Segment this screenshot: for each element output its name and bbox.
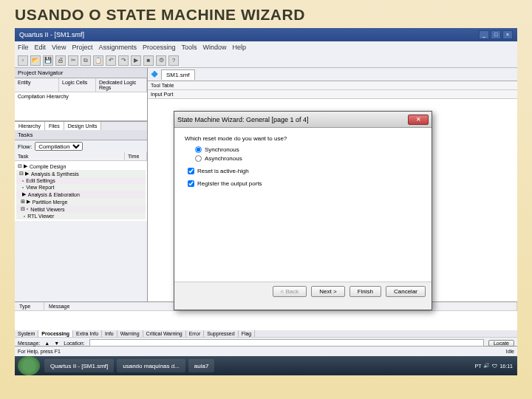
- new-icon[interactable]: ▫: [18, 55, 28, 66]
- nav-col-logic[interactable]: Logic Cells: [59, 78, 96, 92]
- menu-help[interactable]: Help: [233, 44, 247, 51]
- taskbar-item-presentation[interactable]: usando maquinas d...: [117, 359, 185, 372]
- radio-synchronous[interactable]: [195, 146, 202, 153]
- location-label: Location:: [64, 341, 84, 346]
- flow-select[interactable]: Compilation: [35, 142, 83, 151]
- minimize-button[interactable]: _: [479, 30, 489, 39]
- checkbox-register-outputs-label: Register the output ports: [197, 180, 262, 187]
- tray-icon[interactable]: 🔊: [483, 363, 490, 369]
- paste-icon[interactable]: 📋: [93, 55, 103, 66]
- message-footer-label: Message:: [18, 341, 40, 346]
- help-icon[interactable]: ?: [168, 55, 179, 66]
- compile-icon[interactable]: ▶: [131, 55, 141, 66]
- task-row[interactable]: ⊟ ▫Netlist Viewers: [16, 205, 146, 213]
- tool-input-port[interactable]: Input Port: [148, 90, 517, 99]
- state-machine-wizard-dialog: State Machine Wizard: General [page 1 of…: [174, 111, 432, 310]
- menubar: File Edit View Project Assignments Proce…: [15, 41, 517, 53]
- slide-title: USANDO O STATE MACHINE WIZARD: [15, 6, 517, 24]
- checkbox-register-outputs[interactable]: [188, 180, 194, 187]
- checkbox-active-high[interactable]: [188, 168, 194, 174]
- tasks-col-time[interactable]: Time: [125, 152, 147, 160]
- messages-body[interactable]: [15, 311, 517, 330]
- menu-window[interactable]: Window: [202, 44, 226, 51]
- nav-row-hierarchy[interactable]: Compilation Hierarchy: [15, 92, 147, 100]
- ide-title-text: Quartus II - [SM1.smf]: [19, 31, 84, 38]
- tasks-flow: Flow: Compilation: [15, 140, 147, 152]
- document-tabs: 🔷 SM1.smf: [148, 68, 517, 81]
- menu-file[interactable]: File: [18, 44, 29, 51]
- nav-tab-hierarchy[interactable]: Hierarchy: [15, 122, 45, 130]
- nav-col-entity[interactable]: Entity: [15, 78, 59, 92]
- task-row[interactable]: ▫RTL Viewer: [16, 213, 146, 219]
- message-tabs: System Processing Extra Info Info Warnin…: [15, 330, 517, 337]
- wizard-cancel-button[interactable]: Cancelar: [386, 286, 426, 297]
- menu-edit[interactable]: Edit: [35, 44, 47, 51]
- task-row[interactable]: ⊟ ▶Compile Design: [16, 163, 146, 170]
- project-navigator-header: Project Navigator: [15, 68, 147, 78]
- open-icon[interactable]: 📂: [30, 55, 41, 66]
- nav-tab-design-units[interactable]: Design Units: [64, 122, 102, 130]
- checkbox-register-outputs-row: Register the output ports: [188, 180, 421, 187]
- print-icon[interactable]: 🖨: [55, 55, 66, 66]
- tray-icon[interactable]: 🛡: [492, 364, 497, 369]
- wizard-finish-button[interactable]: Finish: [349, 286, 381, 297]
- msg-down-icon[interactable]: ▼: [54, 341, 59, 346]
- checkbox-active-high-label: Reset is active-high: [197, 168, 249, 174]
- radio-asynchronous-label: Asynchronous: [205, 155, 242, 162]
- taskbar-item-quartus[interactable]: Quartus II - [SM1.smf]: [44, 359, 114, 372]
- maximize-button[interactable]: □: [491, 30, 501, 39]
- task-tree: ⊟ ▶Compile Design ⊟ ▶Analysis & Synthesi…: [15, 161, 147, 221]
- msg-tab-extra-info[interactable]: Extra Info: [73, 330, 102, 337]
- document-tab[interactable]: SM1.smf: [161, 69, 195, 80]
- locate-button[interactable]: Locate: [488, 340, 514, 347]
- task-row[interactable]: ▫Edit Settings: [16, 177, 146, 184]
- tasks-col-task[interactable]: Task: [15, 152, 125, 160]
- msg-col-type[interactable]: Type: [15, 302, 44, 310]
- msg-tab-flag[interactable]: Flag: [239, 330, 256, 337]
- msg-tab-warning[interactable]: Warning: [117, 330, 143, 337]
- menu-tools[interactable]: Tools: [181, 44, 197, 51]
- taskbar-item-folder[interactable]: aula7: [188, 359, 215, 372]
- menu-project[interactable]: Project: [72, 44, 92, 51]
- save-icon[interactable]: 💾: [43, 55, 53, 66]
- ide-titlebar[interactable]: Quartus II - [SM1.smf] _ □ ×: [15, 28, 517, 41]
- msg-tab-processing[interactable]: Processing: [38, 330, 73, 337]
- start-button[interactable]: [18, 356, 40, 375]
- settings-icon[interactable]: ⚙: [156, 55, 166, 66]
- menu-assignments[interactable]: Assignments: [98, 44, 137, 51]
- system-tray[interactable]: PT 🔊 🛡 16:11: [471, 363, 517, 369]
- msg-tab-suppressed[interactable]: Suppressed: [204, 330, 238, 337]
- nav-tabs: Hierarchy Files Design Units: [15, 121, 147, 130]
- task-row[interactable]: ⊞ ▶Partition Merge: [16, 198, 146, 205]
- close-button[interactable]: ×: [502, 30, 513, 39]
- msg-tab-critical[interactable]: Critical Warning: [143, 330, 186, 337]
- language-indicator[interactable]: PT: [475, 364, 482, 369]
- radio-synchronous-row: Synchronous: [195, 146, 421, 153]
- clock[interactable]: 16:11: [499, 364, 513, 369]
- msg-up-icon[interactable]: ▲: [44, 341, 50, 346]
- location-field[interactable]: [89, 339, 484, 347]
- msg-tab-info[interactable]: Info: [102, 330, 117, 337]
- task-row[interactable]: ▫View Report: [16, 184, 146, 191]
- msg-tab-system[interactable]: System: [15, 330, 38, 337]
- menu-view[interactable]: View: [52, 44, 66, 51]
- stop-icon[interactable]: ■: [143, 55, 154, 66]
- task-row[interactable]: ⊟ ▶Analysis & Synthesis: [16, 170, 146, 177]
- menu-processing[interactable]: Processing: [143, 44, 176, 51]
- wizard-close-button[interactable]: ✕: [408, 115, 429, 125]
- windows-taskbar: Quartus II - [SM1.smf] usando maquinas d…: [15, 356, 517, 375]
- redo-icon[interactable]: ↷: [118, 55, 129, 66]
- radio-asynchronous[interactable]: [195, 155, 202, 162]
- nav-tab-files[interactable]: Files: [45, 122, 64, 130]
- wizard-titlebar[interactable]: State Machine Wizard: General [page 1 of…: [174, 112, 432, 128]
- msg-tab-error[interactable]: Error: [186, 330, 205, 337]
- wizard-next-button[interactable]: Next >: [311, 286, 344, 297]
- nav-col-regs[interactable]: Dedicated Logic Regs: [96, 78, 147, 92]
- left-panel: Project Navigator Entity Logic Cells Ded…: [15, 68, 148, 301]
- task-row[interactable]: ▶Analysis & Elaboration: [16, 191, 146, 198]
- wizard-back-button[interactable]: < Back: [273, 286, 307, 297]
- cut-icon[interactable]: ✂: [68, 55, 78, 66]
- copy-icon[interactable]: ⧉: [81, 55, 91, 66]
- undo-icon[interactable]: ↶: [106, 55, 116, 66]
- slide: USANDO O STATE MACHINE WIZARD Quartus II…: [0, 0, 532, 399]
